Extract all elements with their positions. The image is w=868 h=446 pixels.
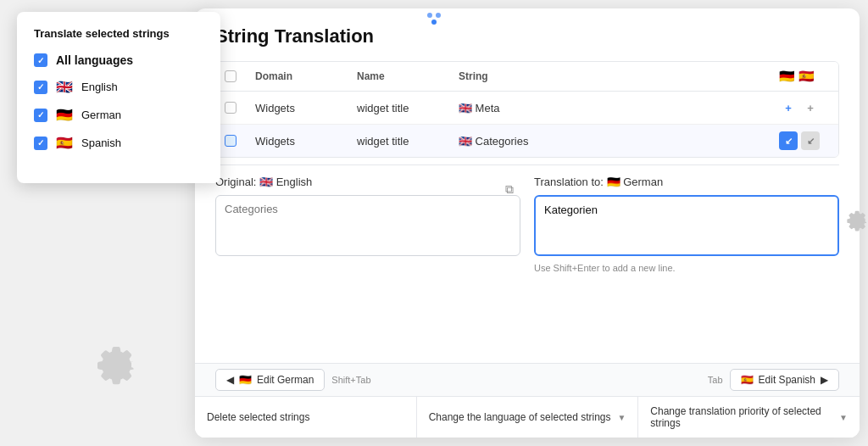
- delete-strings-button[interactable]: Delete selected strings: [195, 397, 417, 438]
- change-language-button[interactable]: Change the language of selected strings …: [417, 397, 639, 438]
- original-panel: Original: 🇬🇧 English ⧉: [215, 176, 520, 273]
- name-header: Name: [357, 70, 459, 82]
- german-flag: 🇩🇪: [56, 107, 73, 123]
- row1-add-de[interactable]: +: [779, 98, 798, 117]
- hint-text: Use Shift+Enter to add a new line.: [534, 263, 839, 273]
- card-content: String Translation Domain Name String 🇩🇪…: [195, 8, 860, 363]
- row1-flag: 🇬🇧: [459, 102, 472, 114]
- all-languages-label: All languages: [56, 53, 133, 67]
- row2-domain: Widgets: [255, 135, 357, 148]
- row2-checkbox-cell: [225, 135, 255, 147]
- nav-left: ◀ 🇩🇪 Edit German Shift+Tab: [215, 369, 371, 391]
- top-dots-icon: [425, 10, 443, 29]
- spanish-flag: 🇪🇸: [56, 135, 73, 151]
- change-priority-label: Change translation priority of selected …: [650, 405, 834, 429]
- target-panel: Translation to: 🇩🇪 German Kategorien Use…: [534, 176, 839, 273]
- row1-actions: + +: [779, 98, 830, 117]
- prev-flag: 🇩🇪: [239, 374, 252, 386]
- next-language-button[interactable]: 🇪🇸 Edit Spanish ▶: [730, 369, 839, 391]
- change-priority-button[interactable]: Change translation priority of selected …: [638, 397, 860, 438]
- spanish-checkbox[interactable]: [34, 137, 47, 150]
- string-table: Domain Name String 🇩🇪 🇪🇸 Widgets widget …: [215, 61, 839, 158]
- domain-header: Domain: [255, 70, 357, 82]
- left-panel-title: Translate selected strings: [34, 27, 203, 40]
- gear-right-icon: [843, 207, 868, 240]
- german-label: German: [81, 109, 121, 121]
- table-header: Domain Name String 🇩🇪 🇪🇸: [216, 62, 838, 92]
- main-card: String Translation Domain Name String 🇩🇪…: [195, 8, 860, 438]
- next-arrow: ▶: [821, 374, 828, 386]
- row2-name: widget title: [357, 135, 459, 148]
- row2-string: 🇬🇧 Categories: [459, 135, 779, 148]
- copy-button[interactable]: ⧉: [505, 182, 514, 197]
- svg-point-2: [431, 20, 437, 25]
- page-wrapper: Translate selected strings All languages…: [0, 0, 868, 446]
- table-row[interactable]: Widgets widget title 🇬🇧 Meta + +: [216, 92, 838, 125]
- all-languages-item[interactable]: All languages: [34, 53, 203, 67]
- german-lang-item[interactable]: 🇩🇪 German: [34, 107, 203, 123]
- table-row[interactable]: Widgets widget title 🇬🇧 Categories ↙ ↙: [216, 125, 838, 157]
- next-shortcut: Tab: [708, 375, 723, 385]
- translation-textarea[interactable]: Kategorien: [534, 195, 839, 256]
- target-lang: German: [623, 176, 663, 188]
- change-lang-arrow: ▼: [617, 413, 626, 422]
- english-label: English: [81, 81, 118, 93]
- target-label: Translation to: 🇩🇪 German: [534, 176, 839, 188]
- row1-add-es[interactable]: +: [801, 98, 820, 117]
- spanish-lang-item[interactable]: 🇪🇸 Spanish: [34, 135, 203, 151]
- german-checkbox[interactable]: [34, 109, 47, 122]
- spanish-label: Spanish: [81, 137, 121, 149]
- target-flag: 🇩🇪: [607, 176, 624, 188]
- translation-section: Original: 🇬🇧 English ⧉ Translation to: 🇩…: [215, 164, 839, 280]
- change-priority-arrow: ▼: [839, 413, 848, 422]
- svg-point-1: [436, 13, 441, 18]
- nav-bar: ◀ 🇩🇪 Edit German Shift+Tab Tab 🇪🇸 Edit S…: [195, 363, 860, 396]
- page-title: String Translation: [215, 25, 839, 47]
- all-languages-checkbox[interactable]: [34, 53, 47, 67]
- svg-point-0: [427, 13, 432, 18]
- row1-string: 🇬🇧 Meta: [459, 102, 779, 114]
- select-all-header: [225, 70, 255, 82]
- prev-language-button[interactable]: ◀ 🇩🇪 Edit German: [215, 369, 325, 391]
- prev-label: Edit German: [257, 374, 314, 386]
- english-flag: 🇬🇧: [56, 79, 73, 95]
- de-flag-header: 🇩🇪: [779, 69, 795, 84]
- gear-bottom-icon: [89, 338, 140, 399]
- row2-flag: 🇬🇧: [459, 135, 472, 148]
- next-label: Edit Spanish: [759, 374, 815, 386]
- change-lang-label: Change the language of selected strings: [429, 411, 611, 423]
- es-flag-header: 🇪🇸: [798, 69, 815, 84]
- row2-checkbox[interactable]: [225, 135, 236, 147]
- original-flag: 🇬🇧: [259, 176, 276, 188]
- delete-label: Delete selected strings: [207, 411, 309, 423]
- flags-header: 🇩🇪 🇪🇸: [779, 69, 830, 84]
- string-header: String: [459, 70, 779, 82]
- original-lang: English: [276, 176, 313, 188]
- original-textarea: [215, 195, 520, 256]
- english-lang-item[interactable]: 🇬🇧 English: [34, 79, 203, 95]
- row1-checkbox[interactable]: [225, 102, 236, 114]
- prev-arrow: ◀: [226, 374, 234, 386]
- prev-shortcut: Shift+Tab: [331, 375, 370, 385]
- row1-domain: Widgets: [255, 102, 357, 114]
- original-label: Original: 🇬🇧 English: [215, 176, 520, 188]
- select-all-checkbox[interactable]: [225, 70, 236, 82]
- row2-action-es[interactable]: ↙: [801, 131, 820, 150]
- row2-action-de[interactable]: ↙: [779, 131, 798, 150]
- english-checkbox[interactable]: [34, 81, 47, 94]
- row2-actions: ↙ ↙: [779, 131, 830, 150]
- nav-right: Tab 🇪🇸 Edit Spanish ▶: [708, 369, 839, 391]
- next-flag: 🇪🇸: [741, 374, 754, 386]
- bottom-bar: Delete selected strings Change the langu…: [195, 396, 860, 438]
- row1-checkbox-cell: [225, 102, 255, 114]
- row1-name: widget title: [357, 102, 459, 114]
- left-panel: Translate selected strings All languages…: [17, 12, 220, 183]
